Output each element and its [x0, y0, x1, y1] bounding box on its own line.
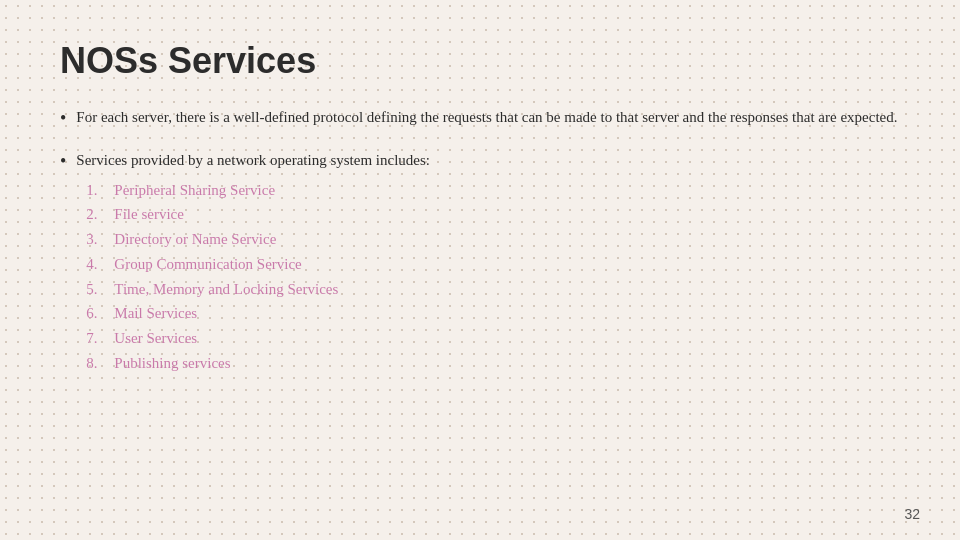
- list-item: 2.File service: [86, 202, 900, 227]
- bullet-2-content: Services provided by a network operating…: [76, 149, 900, 376]
- list-item: 6.Mail Services: [86, 301, 900, 326]
- list-item: 7.User Services: [86, 326, 900, 351]
- list-item-label: User Services: [114, 326, 197, 351]
- list-item-number: 7.: [86, 326, 114, 351]
- list-item: 3.Directory or Name Service: [86, 227, 900, 252]
- list-item-label: Peripheral Sharing Service: [114, 178, 275, 203]
- page-number: 32: [904, 506, 920, 522]
- list-item-label: Time, Memory and Locking Services: [114, 277, 338, 302]
- list-item: 4.Group Communication Service: [86, 252, 900, 277]
- list-item-number: 2.: [86, 202, 114, 227]
- bullet-1: • For each server, there is a well-defin…: [60, 106, 900, 131]
- slide: NOSs Services • For each server, there i…: [0, 0, 960, 540]
- bullet-dot-2: •: [60, 149, 66, 174]
- services-list: 1.Peripheral Sharing Service2.File servi…: [86, 178, 900, 376]
- bullet-1-text: For each server, there is a well-defined…: [76, 106, 900, 129]
- list-item-number: 1.: [86, 178, 114, 203]
- slide-title: NOSs Services: [60, 40, 900, 82]
- bullet-2: • Services provided by a network operati…: [60, 149, 900, 376]
- list-item-number: 5.: [86, 277, 114, 302]
- list-item-label: File service: [114, 202, 184, 227]
- list-item: 1.Peripheral Sharing Service: [86, 178, 900, 203]
- list-item-number: 6.: [86, 301, 114, 326]
- list-item: 8.Publishing services: [86, 351, 900, 376]
- list-item-number: 3.: [86, 227, 114, 252]
- list-item: 5.Time, Memory and Locking Services: [86, 277, 900, 302]
- bullet-2-intro: Services provided by a network operating…: [76, 152, 430, 168]
- list-item-label: Mail Services: [114, 301, 197, 326]
- list-item-label: Directory or Name Service: [114, 227, 276, 252]
- bullet-section-1: • For each server, there is a well-defin…: [60, 106, 900, 131]
- list-item-label: Group Communication Service: [114, 252, 301, 277]
- list-item-number: 4.: [86, 252, 114, 277]
- list-item-label: Publishing services: [114, 351, 230, 376]
- bullet-section-2: • Services provided by a network operati…: [60, 149, 900, 376]
- bullet-dot-1: •: [60, 106, 66, 131]
- list-item-number: 8.: [86, 351, 114, 376]
